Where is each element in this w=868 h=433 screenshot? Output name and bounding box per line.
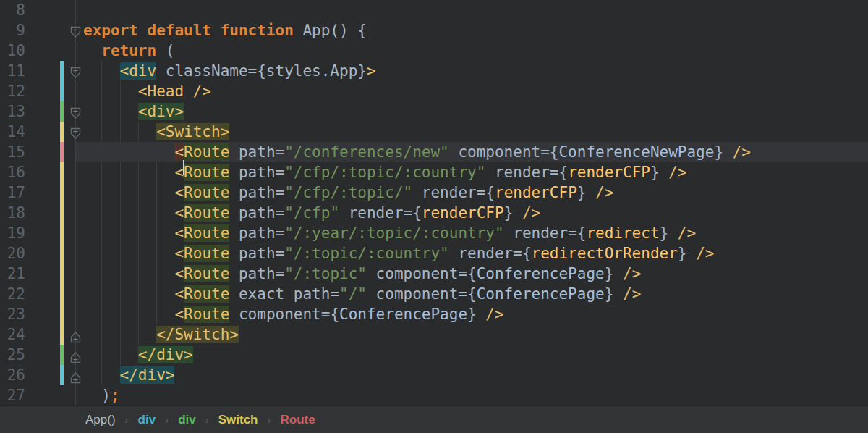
code-line[interactable]: 13 <div> [0,101,868,122]
line-number[interactable]: 9 [0,20,25,41]
token [83,204,174,222]
token: < [174,184,184,201]
token: < [174,204,184,222]
token: path= [229,164,284,181]
token [83,143,174,161]
code-text: return ( [83,41,174,61]
line-number[interactable]: 8 [0,0,25,20]
token: > [367,62,376,80]
token: /> [522,204,540,222]
code-line[interactable]: 24 </Switch> [0,324,868,345]
code-line[interactable]: 26 </div> [0,365,868,385]
code-text: <Route path="/cfp/:topic/" render={rende… [83,182,613,203]
code-editor[interactable]: 89export default function App() {10 retu… [0,0,868,405]
code-text: <Route path="/:topic/:country" render={r… [83,243,714,264]
line-number[interactable]: 23 [0,304,25,324]
highlighted-token: Route [184,265,229,282]
token: redirectOrRender [532,245,678,262]
code-line[interactable]: 14 <Switch> [0,122,868,142]
fold-region-start-icon[interactable] [70,125,81,138]
line-number[interactable]: 26 [0,365,25,385]
fold-region-start-icon[interactable] [70,105,81,118]
breadcrumb-item-switch[interactable]: Switch [218,413,258,427]
token: < [174,224,184,242]
token: "/cfp/:topic/:country" [284,164,485,181]
code-line[interactable]: 27 ); [0,385,868,405]
breadcrumb-separator-icon: › [125,413,129,426]
highlighted-token: </div> [120,366,175,384]
breadcrumb-item-div[interactable]: div [138,413,156,427]
code-line[interactable]: 25 </div> [0,345,868,365]
token: className={styles.App} [156,62,367,80]
code-line[interactable]: 9export default function App() { [0,20,868,41]
line-number[interactable]: 16 [0,162,25,182]
line-number[interactable]: 27 [0,385,25,405]
token: component={ [449,143,559,161]
breadcrumb-item-route[interactable]: Route [281,413,315,427]
line-number[interactable]: 25 [0,345,25,365]
highlighted-token: < [174,143,184,161]
line-number[interactable]: 21 [0,264,25,284]
token: component={ [367,285,477,303]
line-number[interactable]: 12 [0,81,25,101]
code-line[interactable]: 12 <Head /> [0,81,868,101]
code-line[interactable]: 11 <div className={styles.App}> [0,61,868,81]
breadcrumb-item-app[interactable]: App() [85,413,116,427]
token: path= [229,143,284,161]
code-line[interactable]: 8 [0,0,868,20]
token [83,42,101,59]
token: /> [733,143,751,161]
token [83,326,156,343]
code-line[interactable]: 18 <Route path="/cfp" render={renderCFP}… [0,203,868,223]
token: } [678,245,696,262]
fold-region-end-icon[interactable] [70,369,81,382]
code-text: <Route path="/cfp" render={renderCFP} /> [83,203,540,223]
line-number[interactable]: 15 [0,142,25,162]
fold-region-end-icon[interactable] [70,348,81,361]
token: exact path= [229,285,339,303]
vcs-change-marker [60,243,64,264]
line-number[interactable]: 13 [0,101,25,122]
code-line[interactable]: 20 <Route path="/:topic/:country" render… [0,243,868,264]
highlighted-token: Route [184,306,229,323]
token: /> [623,265,641,282]
token: < [174,265,184,282]
breadcrumb-bar: App()›div›div›Switch›Route [0,405,868,433]
token [83,123,156,140]
fold-region-start-icon[interactable] [70,24,81,37]
line-number[interactable]: 22 [0,284,25,304]
token: "/cfp" [284,204,339,222]
code-line[interactable]: 16 <Route path="/cfp/:topic/:country" re… [0,162,868,182]
code-line-current[interactable]: 15 <Route path="/conferences/new" compon… [0,142,868,162]
token: ( [156,42,174,59]
line-number[interactable]: 17 [0,182,25,203]
code-line[interactable]: 19 <Route path="/:year/:topic/:country" … [0,223,868,243]
code-line[interactable]: 22 <Route exact path="/" component={Conf… [0,284,868,304]
line-number[interactable]: 20 [0,243,25,264]
token [83,224,174,242]
token: "/" [339,285,367,303]
code-line[interactable]: 21 <Route path="/:topic" component={Conf… [0,264,868,284]
line-number[interactable]: 18 [0,203,25,223]
code-line[interactable]: 17 <Route path="/cfp/:topic/" render={re… [0,182,868,203]
token: } [504,204,522,222]
code-line[interactable]: 10 return ( [0,41,868,61]
code-line[interactable]: 23 <Route component={ConferencePage} /> [0,304,868,324]
vcs-change-marker [60,223,64,243]
token: /> [623,285,641,303]
line-number[interactable]: 11 [0,61,25,81]
token: } [605,285,623,303]
breadcrumb-item-div[interactable]: div [178,413,196,427]
fold-region-end-icon[interactable] [70,328,81,341]
token [83,184,174,201]
highlighted-token: Route [184,184,229,201]
fold-region-start-icon[interactable] [70,64,81,77]
token: render={ [412,184,495,201]
line-number[interactable]: 24 [0,324,25,345]
token: render={ [504,224,587,242]
line-number[interactable]: 10 [0,41,25,61]
line-number[interactable]: 14 [0,122,25,142]
code-text: <div> [83,101,184,122]
token: ) [83,387,111,404]
line-number[interactable]: 19 [0,223,25,243]
